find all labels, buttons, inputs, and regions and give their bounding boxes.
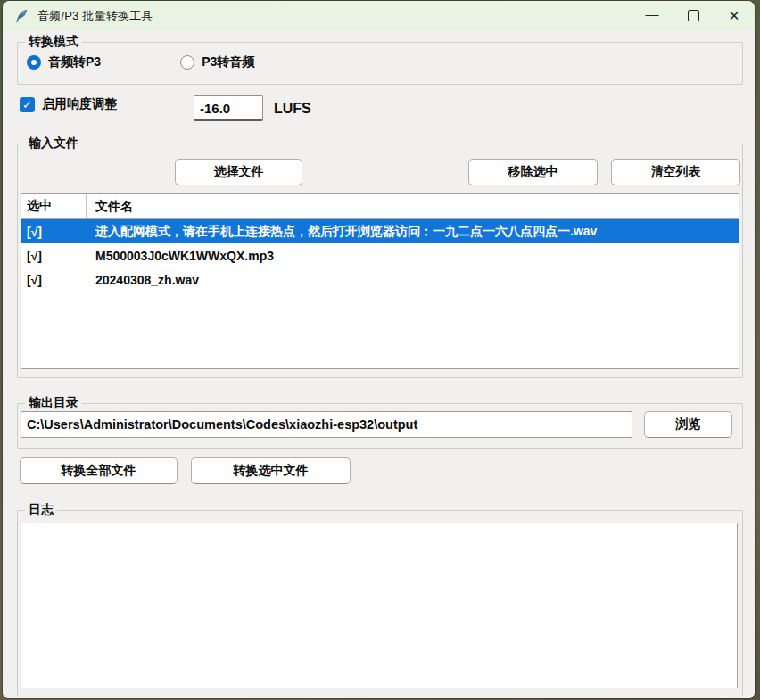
window-controls: — ✕ <box>632 1 755 30</box>
row-filename-cell: M500003J0cWK1WWxQX.mp3 <box>95 249 274 263</box>
remove-selected-button[interactable]: 移除选中 <box>468 159 598 185</box>
loudness-checkbox-row: ✓ 启用响度调整 <box>20 96 117 112</box>
row-checked-cell: [√] <box>27 225 42 239</box>
convert-selected-button[interactable]: 转换选中文件 <box>191 457 351 484</box>
checkmark-icon: ✓ <box>22 98 32 111</box>
input-files-group-label: 输入文件 <box>25 136 82 152</box>
browse-button[interactable]: 浏览 <box>644 411 732 438</box>
row-checked-cell: [√] <box>27 249 42 263</box>
row-filename-cell: 20240308_zh.wav <box>95 273 199 287</box>
maximize-icon <box>688 10 699 21</box>
minimize-button[interactable]: — <box>632 1 673 30</box>
table-row[interactable]: [√] M500003J0cWK1WWxQX.mp3 <box>21 243 739 268</box>
minimize-icon: — <box>646 7 659 21</box>
log-group-label: 日志 <box>25 502 57 518</box>
lufs-unit-label: LUFS <box>274 101 311 117</box>
log-textarea[interactable] <box>21 523 738 688</box>
clear-list-button[interactable]: 清空列表 <box>611 159 740 185</box>
row-filename-cell: 进入配网模式，请在手机上连接热点，然后打开浏览器访问：一九二点一六八点四点一.w… <box>95 224 597 238</box>
maximize-button[interactable] <box>673 1 714 30</box>
column-header-checked[interactable]: 选中 <box>21 194 87 218</box>
loudness-checkbox-label: 启用响度调整 <box>42 96 117 112</box>
table-row[interactable]: [√] 20240308_zh.wav <box>21 268 739 292</box>
row-checked-cell: [√] <box>27 273 42 287</box>
window-title: 音频/P3 批量转换工具 <box>37 8 153 24</box>
radio-p3-to-audio-label: P3转音频 <box>202 54 254 70</box>
close-icon: ✕ <box>729 9 740 22</box>
radio-off-icon <box>180 55 194 70</box>
output-path-input[interactable] <box>21 411 632 438</box>
column-header-filename[interactable]: 文件名 <box>87 198 739 215</box>
loudness-checkbox[interactable]: ✓ <box>20 97 35 112</box>
output-dir-group-label: 输出目录 <box>25 395 82 411</box>
file-table-header: 选中 文件名 <box>21 194 739 219</box>
mode-radio-row: 音频转P3 P3转音频 <box>27 54 254 70</box>
radio-audio-to-p3-label: 音频转P3 <box>48 54 101 70</box>
titlebar[interactable]: 音频/P3 批量转换工具 — ✕ <box>3 1 755 30</box>
radio-on-icon <box>27 55 41 70</box>
input-files-group: 输入文件 选择文件 移除选中 清空列表 选中 文件名 [√] 进入配网模式，请在… <box>17 144 743 378</box>
mode-group: 转换模式 音频转P3 P3转音频 <box>17 42 743 85</box>
lufs-value-input[interactable] <box>194 95 263 121</box>
select-files-button[interactable]: 选择文件 <box>175 159 302 185</box>
file-list-table[interactable]: 选中 文件名 [√] 进入配网模式，请在手机上连接热点，然后打开浏览器访问：一九… <box>21 193 739 369</box>
convert-all-button[interactable]: 转换全部文件 <box>20 457 178 484</box>
log-group: 日志 <box>17 510 743 696</box>
output-dir-group: 输出目录 浏览 <box>17 403 743 449</box>
close-button[interactable]: ✕ <box>714 1 755 30</box>
radio-p3-to-audio[interactable]: P3转音频 <box>180 54 254 70</box>
mode-group-label: 转换模式 <box>25 34 82 50</box>
python-feather-icon <box>13 8 29 24</box>
app-window: 音频/P3 批量转换工具 — ✕ 转换模式 音频转P3 P3转音频 <box>3 1 755 698</box>
table-row[interactable]: [√] 进入配网模式，请在手机上连接热点，然后打开浏览器访问：一九二点一六八点四… <box>21 219 739 243</box>
radio-audio-to-p3[interactable]: 音频转P3 <box>27 54 101 70</box>
